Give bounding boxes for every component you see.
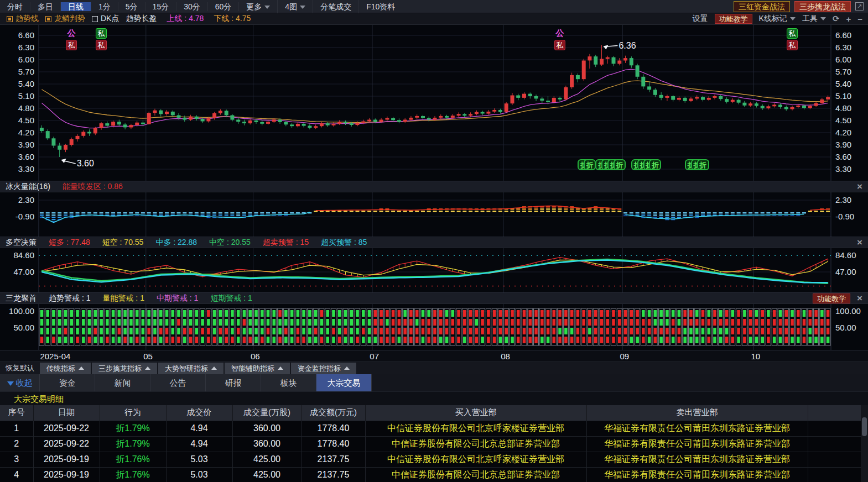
svg-text:6.60: 6.60 (18, 30, 34, 40)
column-header[interactable]: 行为 (100, 405, 166, 421)
svg-text:2.30: 2.30 (18, 195, 34, 205)
indicator-group-dropdown[interactable]: 传统指标 (40, 363, 91, 374)
public-fund-marker[interactable]: 公 (66, 28, 77, 39)
more-periods-button[interactable]: 更多 (239, 0, 278, 13)
tutorial-button[interactable]: 功能教学 (715, 14, 752, 24)
period-button[interactable]: 分时 (0, 2, 30, 11)
table-row[interactable]: 32025-09-19折1.76%5.03425.002137.75中信证券股份… (0, 452, 861, 467)
table-row[interactable]: 12025-09-22折1.79%4.94360.001778.40中信证券股份… (0, 421, 861, 436)
long-short-chart[interactable]: 84.6084.6047.0047.00 (0, 248, 868, 292)
private-fund-marker[interactable]: 私 (787, 40, 798, 50)
settings-button[interactable]: 设置 (693, 14, 708, 24)
period-button[interactable]: 1分 (91, 2, 118, 11)
tick-trade-button[interactable]: 分笔成交 (313, 0, 359, 13)
expand-icon[interactable]: ↗ (855, 2, 864, 11)
svg-text:3.60: 3.60 (835, 152, 851, 161)
collapse-button[interactable]: 收起 (0, 374, 40, 391)
discount-trade-badge[interactable]: 折 (697, 159, 709, 170)
table-row[interactable]: 22025-09-22折1.79%4.94360.001778.40中信证券股份… (0, 436, 861, 452)
candlestick-chart[interactable]: 6.606.606.306.306.006.005.705.705.405.40… (0, 25, 868, 181)
table-cell: 折1.79% (100, 421, 166, 436)
discount-trade-badge[interactable]: 折 (614, 159, 626, 170)
close-icon[interactable]: × (857, 182, 862, 191)
tools-dropdown[interactable]: 工具 (802, 14, 826, 24)
table-cell: 4 (0, 467, 33, 482)
zoom-in-icon[interactable]: + (846, 14, 851, 24)
four-chart-button[interactable]: 4图 (278, 0, 313, 13)
tab-item[interactable]: 资金 (40, 374, 95, 391)
period-button[interactable]: 60分 (208, 2, 240, 11)
kline-mark-dropdown[interactable]: K线标记 (759, 14, 796, 24)
discount-trade-badge[interactable]: 折 (584, 159, 596, 170)
chevron-down-icon (820, 17, 826, 20)
column-header[interactable]: 日期 (33, 405, 100, 421)
three-dragon-chart[interactable]: 100.00100.0050.0050.00 (0, 304, 868, 350)
tab-item[interactable]: 新闻 (95, 374, 150, 391)
indicator-toolbar: 恢复默认 传统指标三步擒龙指标大势智研指标智能辅助指标资金监控指标 (0, 362, 868, 374)
overlay-checkbox[interactable]: 龙鳞判势 (45, 14, 85, 24)
table-row[interactable]: 42025-09-19折1.76%5.03425.002137.75中信证券股份… (0, 467, 861, 482)
strategy-dragon-button[interactable]: 三步擒龙战法 (794, 1, 851, 12)
tutorial-button[interactable]: 功能教学 (813, 294, 850, 303)
zoom-out-icon[interactable]: − (857, 14, 862, 24)
scrollbar-thumb[interactable] (862, 417, 867, 436)
private-fund-marker[interactable]: 私 (554, 40, 565, 50)
column-header[interactable]: 序号 (0, 405, 33, 421)
indicator-stat: 短空 : 70.55 (102, 238, 144, 247)
private-fund-marker[interactable]: 私 (787, 28, 798, 39)
time-axis-label: 06 (251, 352, 260, 361)
tab-active[interactable]: 大宗交易 (316, 374, 372, 391)
f10-button[interactable]: F10资料 (359, 0, 402, 13)
tab-item[interactable]: 公告 (150, 374, 206, 391)
overlay-checkbox[interactable]: DK点 (92, 14, 119, 24)
period-button[interactable]: 30分 (176, 2, 208, 11)
table-header-row: 序号日期行为成交价成交量(万股)成交额(万元)买入营业部卖出营业部 (0, 405, 861, 421)
table-cell: 2137.75 (302, 452, 365, 467)
strategy-red-capital-button[interactable]: 三红资金战法 (734, 1, 790, 12)
overlay-checkbox[interactable]: 趋势线 (7, 14, 39, 24)
discount-trade-badge[interactable]: 折 (649, 159, 661, 170)
close-icon[interactable]: × (857, 238, 862, 247)
indicator-group-dropdown[interactable]: 三步擒龙指标 (92, 363, 157, 374)
svg-text:-0.90: -0.90 (835, 212, 854, 221)
reset-default-button[interactable]: 恢复默认 (0, 363, 40, 373)
indicator-group-dropdown[interactable]: 资金监控指标 (291, 363, 356, 374)
svg-text:4.50: 4.50 (835, 116, 851, 125)
column-header[interactable]: 成交价 (166, 405, 232, 421)
ice-fire-title: 冰火量能(16) (6, 182, 50, 192)
table-cell: 中信证券股份有限公司北京呼家楼证券营业部 (365, 421, 586, 436)
indicator-group-dropdown[interactable]: 大势智研指标 (158, 363, 224, 374)
column-header[interactable]: 成交量(万股) (232, 405, 302, 421)
indicator-group-dropdown[interactable]: 智能辅助指标 (225, 363, 290, 374)
time-axis-label: 05 (143, 352, 153, 361)
svg-text:50.00: 50.00 (13, 323, 34, 332)
close-icon[interactable]: × (857, 294, 862, 303)
svg-text:100.00: 100.00 (835, 306, 861, 316)
svg-text:3.90: 3.90 (835, 140, 851, 149)
private-fund-marker[interactable]: 私 (66, 40, 77, 50)
svg-text:3.30: 3.30 (18, 164, 34, 174)
tab-item[interactable]: 研报 (206, 374, 261, 391)
period-button[interactable]: 多日 (30, 2, 61, 11)
table-cell: 360.00 (232, 436, 302, 452)
column-header[interactable]: 卖出营业部 (586, 405, 808, 421)
column-header[interactable]: 买入营业部 (365, 405, 586, 421)
period-button[interactable]: 15分 (145, 2, 177, 11)
three-dragon-panel-header: 三龙聚首 趋势警戒 : 1量能警戒 : 1中期警戒 : 1短期警戒 : 1 功能… (0, 292, 868, 304)
checkbox-icon (92, 16, 98, 22)
table-cell: 360.00 (232, 421, 302, 436)
column-header-filler (808, 405, 861, 421)
indicator-stat: 中期警戒 : 1 (157, 294, 198, 302)
period-button[interactable]: 日线 (61, 2, 91, 11)
svg-text:5.10: 5.10 (18, 91, 34, 101)
column-header[interactable]: 成交额(万元) (302, 405, 365, 421)
period-button[interactable]: 5分 (118, 2, 145, 11)
table-scrollbar[interactable] (861, 405, 868, 482)
svg-text:3.90: 3.90 (18, 140, 34, 149)
ice-fire-chart[interactable]: 2.302.30-0.90-0.90 (0, 192, 868, 237)
refresh-icon[interactable]: ⟳ (833, 14, 840, 24)
tab-item[interactable]: 板块 (261, 374, 316, 391)
private-fund-marker[interactable]: 私 (96, 40, 107, 50)
public-fund-marker[interactable]: 公 (554, 28, 565, 39)
private-fund-marker[interactable]: 私 (96, 28, 107, 39)
